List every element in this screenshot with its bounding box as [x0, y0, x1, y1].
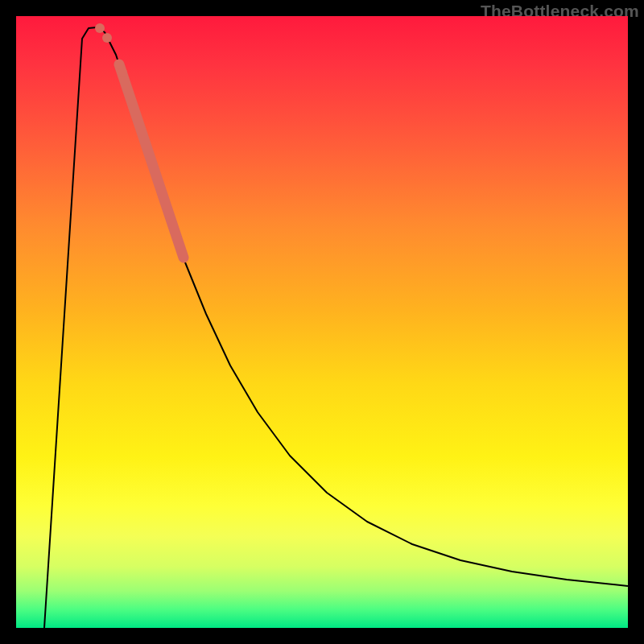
- curve-layer: [16, 16, 628, 628]
- highlight-dots: [95, 23, 127, 77]
- highlight-dot: [95, 23, 105, 33]
- plot-area: [16, 16, 628, 628]
- highlight-dot: [102, 33, 112, 43]
- highlight-dot: [118, 68, 127, 77]
- highlight-segment: [119, 64, 184, 258]
- chart-frame: TheBottleneck.com: [0, 0, 644, 644]
